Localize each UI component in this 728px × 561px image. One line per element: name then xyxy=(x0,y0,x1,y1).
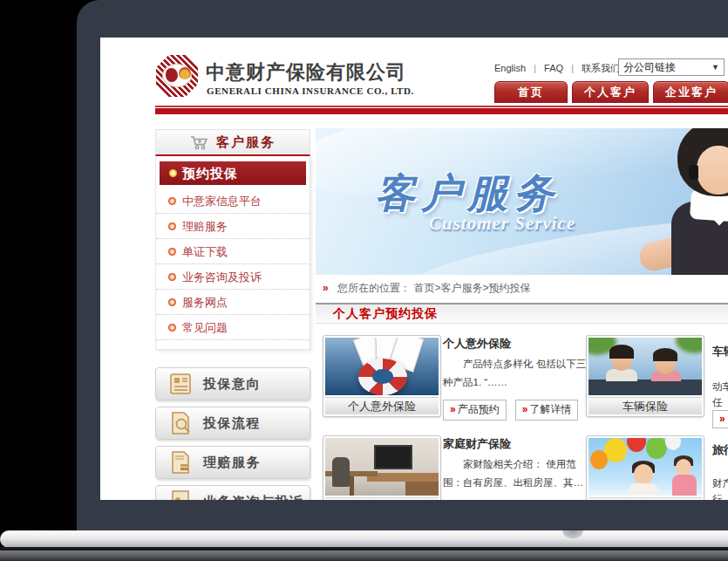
product-card-travel[interactable] xyxy=(586,435,704,500)
quick-button-insure-process[interactable]: 投保流程 xyxy=(155,407,310,440)
product-image-car-couple xyxy=(589,338,702,395)
quick-button-label: 业务咨询与投诉 xyxy=(203,494,304,501)
product-button-clipped[interactable]: » xyxy=(712,410,728,428)
quick-button-insure-intent[interactable]: 投保意向 xyxy=(155,367,310,400)
sidebar-item-label: 预约投保 xyxy=(182,166,238,181)
bullet-icon xyxy=(168,273,176,281)
banner-subtitle: Customer Service xyxy=(429,213,575,235)
breadcrumb-path[interactable]: 首页>客户服务>预约投保 xyxy=(413,282,530,294)
branch-links-select[interactable]: 分公司链接 ▼ xyxy=(618,58,725,76)
bullet-icon xyxy=(169,169,177,177)
arrow-icon: » xyxy=(719,413,725,425)
product-card-vehicle[interactable]: 车辆保险 xyxy=(586,335,704,417)
link-faq[interactable]: FAQ xyxy=(544,63,563,73)
sidebar-item-inquiry-complaint[interactable]: 业务咨询及投诉 xyxy=(156,264,310,290)
main-nav: 首页 个人客户 企业客户 xyxy=(494,81,728,103)
bullet-icon xyxy=(168,298,176,306)
product-card-home[interactable] xyxy=(323,435,441,500)
button-label: 了解详情 xyxy=(529,403,571,415)
product-title: 个人意外保险 xyxy=(443,336,588,352)
bullet-icon xyxy=(168,222,176,230)
chevron-down-icon: ▼ xyxy=(711,63,719,72)
quick-button-label: 投保流程 xyxy=(203,415,261,432)
cart-icon xyxy=(190,135,209,150)
utility-links: English | FAQ | 联系我们 xyxy=(494,62,620,75)
logo-flower-icon xyxy=(179,67,191,79)
document-search-icon xyxy=(167,411,194,435)
breadcrumb: » 您所在的位置： 首页>客户服务>预约投保 xyxy=(316,281,728,295)
product-description: 产品特点多样化 包括以下三种产品1. “…… xyxy=(443,355,588,392)
header-divider xyxy=(155,106,728,114)
product-image-balloons xyxy=(589,438,702,496)
sidebar-item-document-download[interactable]: 单证下载 xyxy=(156,239,310,264)
document-money-icon xyxy=(167,450,194,475)
bullet-icon xyxy=(168,197,176,205)
product-title: 家庭财产保险 xyxy=(443,436,588,452)
branch-select-label: 分公司链接 xyxy=(623,60,676,75)
product-card-accident[interactable]: 个人意外保险 xyxy=(323,335,441,417)
product-caption xyxy=(325,497,439,500)
link-english[interactable]: English xyxy=(494,63,526,73)
laptop-screen: 中意财产保险有限公司 GENERALI CHINA INSURANCE CO.,… xyxy=(100,38,728,500)
nav-tab-home[interactable]: 首页 xyxy=(494,81,568,103)
quick-button-label: 理赔服务 xyxy=(203,455,261,471)
bullet-icon xyxy=(168,248,176,256)
sidebar-item-label: 中意家信息平台 xyxy=(182,195,262,208)
product-title: 车辆 xyxy=(712,344,728,359)
link-contact-us[interactable]: 联系我们 xyxy=(582,63,620,73)
sidebar-title: 客户服务 xyxy=(216,134,276,151)
product-caption xyxy=(589,497,702,500)
product-travel-info-clipped: 旅行 财产 行 xyxy=(712,435,728,500)
arrow-icon: » xyxy=(522,403,528,415)
customer-service-banner: 客户服务 Customer Service xyxy=(316,128,728,275)
sidebar-item-service-network[interactable]: 服务网点 xyxy=(156,290,310,315)
link-separator: | xyxy=(534,63,536,73)
newspaper-icon xyxy=(167,372,194,396)
link-separator: | xyxy=(571,63,574,73)
product-title: 旅行 xyxy=(712,442,728,458)
sidebar-item-yuyue-toubao[interactable]: 预约投保 xyxy=(160,161,306,185)
sidebar-header: 客户服务 xyxy=(155,129,310,156)
sidebar-item-label: 服务网点 xyxy=(182,296,228,309)
product-image-lifebuoy xyxy=(325,338,439,395)
product-description-fragment: 动车 xyxy=(712,380,728,393)
sidebar-item-label: 单证下载 xyxy=(182,245,228,258)
product-caption: 个人意外保险 xyxy=(325,397,439,414)
document-seal-icon xyxy=(167,489,194,500)
sidebar-item-faq[interactable]: 常见问题 xyxy=(156,315,310,340)
company-name: 中意财产保险有限公司 xyxy=(206,59,406,86)
arrow-icon: » xyxy=(450,403,456,415)
main-content: 客户服务 Customer Service » 您所在的位置： 首页>客户服务>… xyxy=(316,128,728,500)
product-accident-info: 个人意外保险 产品特点多样化 包括以下三种产品1. “…… »产品预约 »了解详… xyxy=(443,335,588,421)
nav-tab-personal[interactable]: 个人客户 xyxy=(572,81,649,103)
headset-icon xyxy=(689,165,698,180)
sidebar-item-claims-service[interactable]: 理赔服务 xyxy=(156,214,310,239)
sidebar-menu: 预约投保 中意家信息平台 理赔服务 单证下载 业务咨询及投诉 xyxy=(155,156,310,350)
sidebar: 客户服务 预约投保 中意家信息平台 理赔服务 单证下载 xyxy=(155,129,310,350)
product-details-button[interactable]: »了解详情 xyxy=(515,400,579,421)
button-label: 产品预约 xyxy=(458,403,500,415)
breadcrumb-prefix: 您所在的位置： xyxy=(337,282,411,294)
product-home-info: 家庭财产保险 家财险相关介绍： 使用范围：自有房屋、出租房屋、其… xyxy=(443,435,588,492)
sidebar-quick-buttons: 投保意向 投保流程 理赔服务 xyxy=(155,367,310,500)
nav-tab-corporate[interactable]: 企业客户 xyxy=(653,81,728,103)
company-name-en: GENERALI CHINA INSURANCE CO., LTD. xyxy=(207,86,414,96)
product-vehicle-info-clipped: 车辆 动车 任 » xyxy=(712,335,728,422)
customer-service-agent-photo xyxy=(656,128,728,275)
product-caption: 车辆保险 xyxy=(589,397,702,414)
quick-button-inquiry-complaint[interactable]: 业务咨询与投诉 xyxy=(155,485,310,500)
sidebar-item-label: 业务咨询及投诉 xyxy=(182,270,262,284)
product-list: 个人意外保险 产品特点多样化 包括以下三种产品1. “…… »产品预约 »了解详… xyxy=(316,335,728,500)
bullet-icon xyxy=(168,324,176,332)
quick-button-label: 投保意向 xyxy=(203,376,261,393)
sidebar-item-label: 常见问题 xyxy=(182,321,228,334)
logo-lion-icon xyxy=(166,68,178,82)
laptop-base xyxy=(0,530,728,548)
laptop-base-front xyxy=(0,551,728,561)
product-image-home-interior xyxy=(325,438,439,496)
product-reserve-button[interactable]: »产品预约 xyxy=(443,400,507,421)
quick-button-claims-service[interactable]: 理赔服务 xyxy=(155,446,310,479)
sidebar-item-zhongyijia-platform[interactable]: 中意家信息平台 xyxy=(156,188,310,214)
product-description-fragment: 财产 xyxy=(712,477,728,490)
product-description: 家财险相关介绍： 使用范围：自有房屋、出租房屋、其… xyxy=(443,455,588,492)
